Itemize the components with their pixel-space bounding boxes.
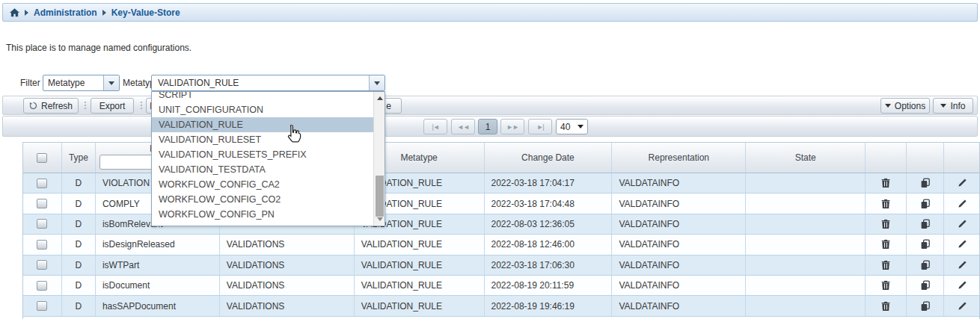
export-button[interactable]: Export (91, 98, 134, 114)
change-date-cell: 2022-08-19 19:46:19 (485, 296, 613, 315)
delete-icon[interactable] (881, 280, 891, 291)
edit-cell (944, 193, 979, 213)
metatype-cell: VALIDATION_RULE (355, 276, 485, 295)
edit-icon[interactable] (957, 239, 967, 250)
header-change-date[interactable]: Change Date (485, 143, 613, 173)
state-cell (746, 214, 866, 234)
dropdown-option[interactable]: WORKFLOW_CONFIG_PN (152, 207, 373, 222)
row-checkbox[interactable] (37, 199, 47, 208)
edit-icon[interactable] (957, 260, 967, 270)
metatype-dropdown-list: SCRIPTUNIT_CONFIGURATIONVALIDATION_RULEV… (152, 92, 373, 222)
toolbar-separator (84, 102, 86, 109)
row-checkbox[interactable] (37, 301, 47, 311)
breadcrumb-arrow-icon (102, 10, 106, 16)
state-cell (746, 276, 866, 295)
delete-icon[interactable] (881, 260, 891, 270)
scroll-down-button[interactable] (374, 214, 385, 225)
breadcrumb: Administration Key-Value-Store (2, 3, 978, 22)
info-button[interactable]: Info (933, 98, 973, 114)
change-date-cell: 2022-08-19 20:11:59 (485, 276, 613, 295)
options-button[interactable]: Options (881, 98, 930, 114)
representation-cell: VALDATAINFO (612, 296, 746, 315)
chevron-down-icon (108, 81, 114, 85)
type-cell: D (62, 193, 96, 213)
row-checkbox[interactable] (37, 219, 47, 229)
first-page-button[interactable]: |◄ (423, 119, 447, 134)
copy-icon[interactable] (920, 301, 931, 312)
scroll-up-button[interactable] (374, 93, 385, 104)
edit-icon[interactable] (957, 280, 967, 291)
dropdown-list-viewport: SCRIPTUNIT_CONFIGURATIONVALIDATION_RULEV… (152, 92, 373, 226)
edit-cell (944, 296, 979, 315)
dropdown-option[interactable]: WORKFLOW_CONFIG_CO2 (152, 192, 373, 207)
change-date-cell: 2022-03-18 17:04:48 (485, 193, 613, 213)
edit-icon[interactable] (957, 219, 967, 229)
edit-cell (944, 235, 979, 254)
dropdown-option[interactable]: SCRIPT (152, 92, 373, 102)
prev-page-button[interactable]: ◄◄ (451, 119, 475, 134)
dropdown-scrollbar[interactable] (373, 92, 385, 226)
filter-type-value: Metatype (43, 78, 103, 88)
delete-icon[interactable] (881, 178, 891, 188)
copy-icon[interactable] (920, 219, 931, 229)
dropdown-option[interactable]: WORKFLOW_CONFIG_CA2 (152, 177, 373, 192)
metatype-combobox[interactable]: VALIDATION_RULE (151, 75, 385, 91)
occluded-button-right-label: e (386, 101, 391, 111)
scrollbar-thumb[interactable] (376, 176, 384, 217)
pagination-bar: |◄ ◄◄ 1 ►► ►| 40 (2, 116, 978, 137)
dropdown-option[interactable]: UNIT_CONFIGURATION (152, 102, 373, 117)
delete-icon[interactable] (881, 239, 891, 250)
key-value-store-page: Administration Key-Value-Store This plac… (0, 0, 980, 319)
row-checkbox[interactable] (37, 240, 47, 250)
copy-icon[interactable] (920, 239, 931, 250)
table-row: DisWTPartVALIDATIONSVALIDATION_RULE2022-… (23, 255, 979, 276)
next-page-button[interactable]: ►► (500, 119, 524, 134)
copy-icon[interactable] (920, 260, 931, 270)
copy-icon[interactable] (920, 199, 931, 209)
change-date-cell: 2022-08-18 12:46:00 (485, 235, 613, 254)
options-button-label: Options (895, 101, 925, 111)
edit-icon[interactable] (957, 199, 967, 209)
row-checkbox[interactable] (37, 281, 47, 291)
header-state[interactable]: State (746, 143, 866, 173)
delete-icon[interactable] (881, 199, 891, 209)
edit-cell (944, 255, 979, 275)
copy-cell (907, 173, 944, 193)
state-cell (746, 255, 866, 275)
delete-cell (866, 193, 907, 213)
row-checkbox[interactable] (37, 260, 47, 270)
type-cell: D (62, 255, 96, 275)
chevron-down-icon (885, 104, 891, 108)
delete-icon[interactable] (881, 219, 891, 229)
delete-icon[interactable] (881, 301, 891, 312)
dropdown-option[interactable]: VALIDATION_TESTDATA (152, 162, 373, 177)
header-delete (866, 143, 907, 173)
breadcrumb-item-administration[interactable]: Administration (34, 7, 97, 18)
row-checkbox[interactable] (37, 179, 47, 188)
header-type[interactable]: Type (62, 143, 96, 173)
key-cell: isWTPart (96, 255, 220, 275)
dropdown-option[interactable]: VALIDATION_RULESET (152, 132, 373, 147)
edit-icon[interactable] (957, 178, 967, 188)
edit-icon[interactable] (957, 301, 967, 312)
current-page-button[interactable]: 1 (478, 119, 497, 134)
filter-type-combobox[interactable]: Metatype (43, 75, 120, 91)
header-representation[interactable]: Representation (612, 143, 746, 173)
copy-icon[interactable] (920, 178, 931, 188)
dropdown-option[interactable]: VALIDATION_RULESETS_PREFIX (152, 147, 373, 162)
metatype-dropdown-button[interactable] (369, 75, 385, 90)
home-icon[interactable] (10, 8, 19, 17)
last-page-button[interactable]: ►| (528, 119, 552, 134)
dropdown-option[interactable]: VALIDATION_RULE (152, 117, 373, 132)
metatype-value: VALIDATION_RULE (152, 78, 369, 88)
header-copy (907, 143, 944, 173)
select-all-checkbox[interactable] (37, 153, 47, 163)
chevron-down-icon (578, 125, 584, 128)
type-cell: D (62, 296, 96, 315)
copy-icon[interactable] (920, 280, 931, 291)
page-size-select[interactable]: 40 (556, 119, 588, 134)
refresh-button[interactable]: Refresh (23, 98, 79, 114)
filter-type-dropdown-button[interactable] (103, 75, 119, 90)
change-date-cell: 2022-03-18 17:04:17 (485, 173, 613, 193)
breadcrumb-item-key-value-store[interactable]: Key-Value-Store (111, 7, 180, 18)
